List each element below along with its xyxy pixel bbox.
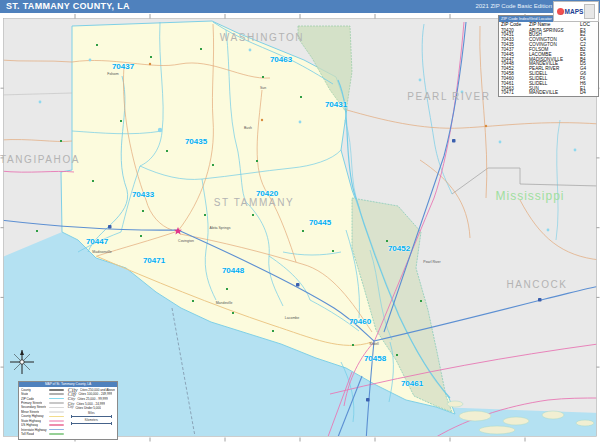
brand-logo: MAPS: [553, 1, 599, 22]
legend-line-swatch: [49, 420, 64, 422]
scale-bar-miles: Miles: [68, 412, 115, 418]
legend-item-label: US Highway: [21, 423, 38, 427]
legend-item-label: State: [21, 392, 28, 396]
legend-item-label: County Highway: [21, 414, 44, 418]
legend-line-item: Toll Road: [21, 432, 64, 436]
brand-badge: [584, 4, 595, 19]
legend-item-label: Cities 25,000 - 99,999: [77, 397, 107, 401]
legend-line-swatch: [49, 402, 64, 404]
legend-item-label: Cities 5,000 - 24,999: [76, 402, 105, 406]
legend-line-swatch: [49, 393, 64, 395]
brand-globe-icon: [557, 8, 564, 15]
legend-line-swatch: [49, 416, 64, 418]
legend-line-swatch: [49, 424, 64, 426]
legend-city-item: CityCities Under 5,000: [68, 406, 115, 411]
zip-row: 70471MANDEVILLED4: [499, 91, 598, 96]
map-sheet: WASHINGTONTANGIPAHOAPEARL RIVERST TAMMAN…: [0, 0, 600, 442]
legend-line-swatch: [49, 389, 64, 391]
legend-line-swatch: [49, 407, 64, 409]
legend-item-label: County: [21, 388, 31, 392]
legend-line-swatch: [49, 429, 64, 431]
state-label: Mississippi: [495, 189, 564, 203]
legend-item-label: State Highway: [21, 419, 41, 423]
legend-item-label: Cities Under 5,000: [75, 406, 101, 410]
zip-index-table: ZIP Code Index/Grid Locator ZIP Code ZIP…: [498, 15, 599, 97]
zip-name-cell: MANDEVILLE: [529, 91, 580, 96]
scale-bar: [71, 415, 112, 418]
legend-item-label: Minor Streets: [21, 410, 39, 414]
edition-label: 2021 ZIP Code Basic Edition: [475, 3, 552, 9]
brand-name: MAPS: [565, 8, 584, 15]
legend-line-swatch: [49, 433, 64, 435]
legend-line-swatch: [49, 398, 64, 400]
legend-line-items: CountyStateZIP CodePrimary StreetsSecond…: [21, 388, 64, 437]
legend-item-label: Cities 250,000 and Above: [80, 388, 115, 392]
loc-cell: D4: [580, 91, 596, 96]
zip-table-rows: 70420ABITA SPRINGSE370431BUSHE270433COVI…: [499, 29, 598, 97]
legend-item-label: Interstate Highway: [21, 428, 47, 432]
legend-item-label: Secondary Streets: [21, 405, 46, 409]
zip-code-cell: 70471: [501, 91, 529, 96]
legend-item-label: ZIP Code: [21, 397, 34, 401]
legend-item-label: Toll Road: [21, 432, 34, 436]
city-sample: City: [68, 406, 74, 409]
scale-bar: [71, 422, 112, 425]
legend-item-label: Cities 100,000 - 249,999: [78, 392, 112, 396]
legend-item-label: Primary Streets: [21, 401, 42, 405]
legend-line-swatch: [49, 411, 64, 413]
legend-city-items: CityCities 250,000 and AboveCityCities 1…: [68, 388, 115, 411]
legend: MAP of St. Tammany County, LA CountyStat…: [18, 381, 118, 440]
scale-bar-km: Kilometers: [68, 419, 115, 425]
page-title: ST. TAMMANY COUNTY, LA: [6, 1, 130, 11]
title-bar: ST. TAMMANY COUNTY, LA 2021 ZIP Code Bas…: [0, 0, 600, 13]
